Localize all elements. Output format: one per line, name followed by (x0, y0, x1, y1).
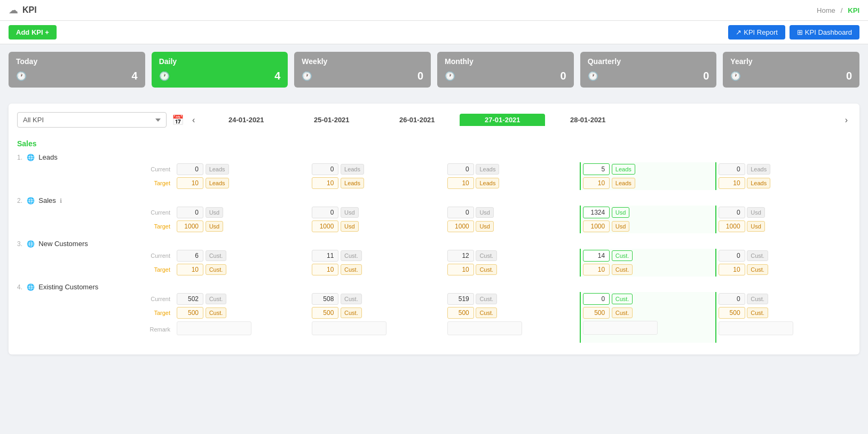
period-card-yearly[interactable]: Yearly 🕐 0 (723, 52, 859, 88)
prev-date-button[interactable]: ‹ (189, 114, 198, 126)
breadcrumb-home: Home (817, 6, 835, 14)
date-header-0[interactable]: 24-01-2021 (203, 114, 289, 126)
kpi-name-cell-0: 1. 🌐 Leads (17, 150, 145, 162)
target-unit-0-4: Leads (747, 178, 770, 188)
kpi-name-cell-3: 4. 🌐 Existing Customers (17, 280, 145, 292)
target-val-0-2[interactable]: 10 (447, 177, 474, 189)
target-unit-1-4: Usd (747, 221, 765, 232)
target-val-0-3[interactable]: 10 (583, 177, 610, 189)
target-cell-3-0: 500 Cust. (175, 306, 310, 320)
target-val-1-4[interactable]: 1000 (719, 220, 745, 232)
date-headers: 24-01-202125-01-202126-01-202127-01-2021… (203, 114, 836, 126)
remark-val-3-0[interactable] (177, 321, 251, 335)
current-unit-0-2: Leads (476, 164, 499, 175)
current-val-1-4[interactable]: 0 (719, 207, 745, 218)
current-unit-0-4: Leads (747, 164, 770, 175)
current-val-3-1[interactable]: 508 (312, 293, 338, 305)
date-header-3[interactable]: 27-01-2021 (460, 114, 545, 126)
globe-icon-2: 🌐 (27, 240, 35, 248)
current-val-3-3[interactable]: 0 (583, 293, 610, 305)
remark-val-3-1[interactable] (312, 321, 386, 335)
kpi-name-cell-2: 3. 🌐 New Customers (17, 236, 145, 249)
current-val-2-0[interactable]: 6 (177, 250, 203, 262)
target-val-0-4[interactable]: 10 (719, 177, 745, 189)
current-cell-2-3: 14 Cust. (580, 249, 715, 263)
period-card-weekly[interactable]: Weekly 🕐 0 (294, 52, 431, 88)
current-val-0-4[interactable]: 0 (719, 163, 745, 175)
period-card-daily[interactable]: Daily 🕐 4 (152, 52, 288, 88)
current-unit-2-0: Cust. (206, 250, 227, 261)
target-val-1-2[interactable]: 1000 (447, 220, 474, 232)
target-val-2-4[interactable]: 10 (719, 264, 745, 275)
toolbar: Add KPI + ↗ KPI Report ⊞ KPI Dashboard (0, 21, 868, 44)
period-card-value: 0 (561, 70, 566, 82)
add-kpi-button[interactable]: Add KPI + (9, 25, 57, 40)
target-val-1-3[interactable]: 1000 (583, 220, 610, 232)
top-header: ☁ KPI Home / KPI (0, 0, 868, 21)
next-date-button[interactable]: › (842, 114, 851, 126)
app-title: KPI (22, 5, 37, 15)
current-unit-3-2: Cust. (476, 294, 497, 304)
current-val-0-2[interactable]: 0 (447, 163, 474, 175)
target-cell-0-3: 10 Leads (580, 176, 715, 190)
remark-val-3-3[interactable] (583, 321, 658, 335)
target-val-3-1[interactable]: 500 (312, 307, 338, 319)
trend-icon: ↗ (736, 28, 741, 36)
kpi-select[interactable]: All KPI (17, 112, 167, 128)
current-unit-1-2: Usd (476, 207, 494, 218)
current-cell-2-4: 0 Cust. (716, 249, 851, 263)
remark-label-3: Remark (145, 320, 175, 343)
current-cell-2-2: 12 Cust. (445, 249, 580, 263)
target-val-2-2[interactable]: 10 (447, 264, 474, 275)
current-val-1-1[interactable]: 0 (312, 207, 338, 218)
remark-val-3-2[interactable] (447, 321, 522, 335)
target-val-2-0[interactable]: 10 (177, 264, 203, 275)
current-val-3-2[interactable]: 519 (447, 293, 474, 305)
remark-val-3-4[interactable] (719, 321, 793, 335)
target-val-1-0[interactable]: 1000 (177, 220, 203, 232)
period-card-today[interactable]: Today 🕐 4 (9, 52, 145, 88)
target-val-2-3[interactable]: 10 (583, 264, 610, 275)
period-card-quarterly[interactable]: Quarterly 🕐 0 (580, 52, 717, 88)
period-card-monthly[interactable]: Monthly 🕐 0 (437, 52, 574, 88)
date-header-4[interactable]: 28-01-2021 (545, 114, 630, 126)
current-val-2-1[interactable]: 11 (312, 250, 338, 262)
current-cell-0-0: 0 Leads (175, 162, 310, 176)
current-unit-1-0: Usd (206, 207, 224, 218)
date-header-1[interactable]: 25-01-2021 (289, 114, 374, 126)
current-val-2-4[interactable]: 0 (719, 250, 745, 262)
target-val-3-2[interactable]: 500 (447, 307, 474, 319)
target-val-3-4[interactable]: 500 (719, 307, 745, 319)
target-val-0-1[interactable]: 10 (312, 177, 338, 189)
date-header-2[interactable]: 26-01-2021 (374, 114, 460, 126)
kpi-target-row-2: Target10 Cust.10 Cust.10 Cust.10 Cust.10… (17, 263, 851, 277)
target-label-2: Target (145, 263, 175, 277)
current-val-0-3[interactable]: 5 (583, 163, 610, 175)
remark-cell-3-0 (175, 320, 310, 343)
current-val-1-2[interactable]: 0 (447, 207, 474, 218)
kpi-item-name-3: Existing Customers (38, 283, 98, 291)
target-val-3-0[interactable]: 500 (177, 307, 203, 319)
kpi-target-row-3: Target500 Cust.500 Cust.500 Cust.500 Cus… (17, 306, 851, 320)
current-val-1-0[interactable]: 0 (177, 207, 203, 218)
target-val-0-0[interactable]: 10 (177, 177, 203, 189)
current-val-3-4[interactable]: 0 (719, 293, 745, 305)
kpi-dashboard-button[interactable]: ⊞ KPI Dashboard (790, 25, 859, 40)
current-cell-3-0: 502 Cust. (175, 292, 310, 306)
current-val-2-2[interactable]: 12 (447, 250, 474, 262)
kpi-report-button[interactable]: ↗ KPI Report (728, 25, 785, 40)
current-val-0-0[interactable]: 0 (177, 163, 203, 175)
current-val-0-1[interactable]: 0 (312, 163, 338, 175)
current-unit-2-3: Cust. (612, 250, 633, 261)
current-val-1-3[interactable]: 1324 (583, 207, 610, 218)
target-val-1-1[interactable]: 1000 (312, 220, 338, 232)
current-val-2-3[interactable]: 14 (583, 250, 610, 262)
current-val-3-0[interactable]: 502 (177, 293, 203, 305)
clock-icon: 🕐 (16, 71, 27, 81)
target-val-2-1[interactable]: 10 (312, 264, 338, 275)
kpi-name-row-1: 2. 🌐 Sales ℹ (17, 193, 851, 206)
period-card-title: Yearly (730, 57, 852, 66)
calendar-icon[interactable]: 📅 (172, 114, 184, 126)
target-val-3-3[interactable]: 500 (583, 307, 610, 319)
current-unit-3-3: Cust. (612, 294, 633, 304)
